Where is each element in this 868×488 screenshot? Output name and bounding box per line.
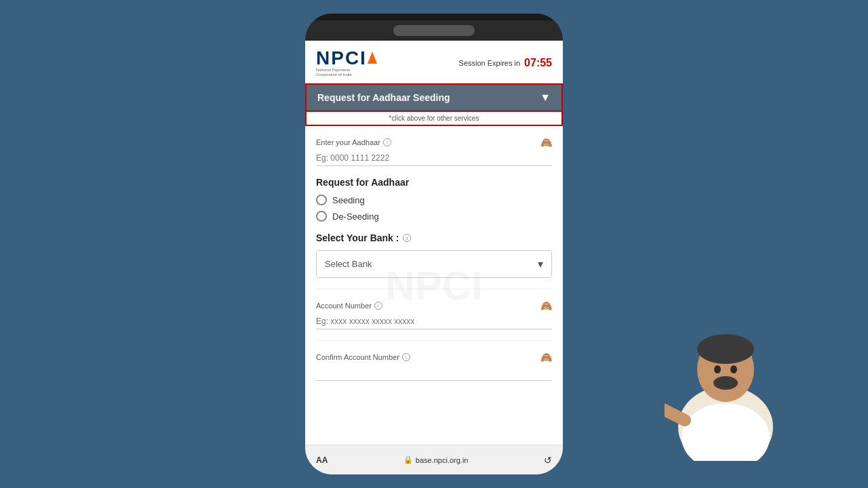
browser-reload-button[interactable]: ↺: [544, 455, 552, 466]
person-overlay: [665, 312, 787, 461]
session-label: Session Expires in: [459, 59, 521, 67]
browser-aa-button[interactable]: AA: [316, 455, 328, 465]
radio-seeding[interactable]: Seeding: [316, 195, 552, 205]
svg-point-6: [714, 365, 721, 373]
status-bar: [305, 14, 563, 20]
page-content: NPCI National Payments Corporation of In…: [305, 41, 563, 474]
service-banner-title: Request for Aadhaar Seeding: [317, 92, 450, 103]
radio-label-seeding: Seeding: [332, 195, 365, 205]
person-silhouette-svg: [665, 312, 787, 461]
bank-dropdown-placeholder: Select Bank: [325, 259, 372, 269]
service-banner-subtext: *click above for other services: [305, 112, 563, 126]
request-section-heading: Request for Aadhaar: [316, 177, 552, 188]
radio-de-seeding[interactable]: De-Seeding: [316, 211, 552, 222]
radio-circle-de-seeding: [316, 211, 327, 222]
radio-label-de-seeding: De-Seeding: [332, 211, 379, 222]
aadhaar-input[interactable]: [316, 150, 552, 166]
bank-field-group: Select Your Bank : i Select Bank ▾: [316, 232, 552, 278]
lock-icon: 🔒: [403, 455, 413, 464]
service-banner[interactable]: Request for Aadhaar Seeding ▼: [305, 83, 563, 112]
svg-line-9: [665, 407, 685, 420]
page-header: NPCI National Payments Corporation of In…: [305, 41, 563, 83]
browser-bottom-bar: AA 🔒 base.npci.org.in ↺: [305, 445, 563, 474]
npci-tagline: National Payments Corporation of India: [316, 68, 370, 77]
service-banner-chevron-icon: ▼: [540, 92, 551, 104]
aadhaar-label-row: Enter your Aadhaar i 🙈: [316, 137, 552, 148]
radio-group: Seeding De-Seeding: [316, 195, 552, 222]
account-label: Account Number i: [316, 302, 382, 310]
service-banner-wrapper: Request for Aadhaar Seeding ▼ *click abo…: [305, 83, 563, 126]
browser-url-text: base.npci.org.in: [416, 456, 469, 464]
confirm-account-field-group: Confirm Account Number i 🙈: [316, 352, 552, 381]
browser-url-pill: [393, 25, 475, 36]
account-field-group: Account Number i 🙈: [316, 300, 552, 329]
confirm-account-info-icon[interactable]: i: [402, 353, 410, 361]
confirm-account-label-row: Confirm Account Number i 🙈: [316, 352, 552, 363]
svg-point-7: [730, 365, 737, 373]
session-info: Session Expires in 07:55: [459, 57, 552, 69]
account-label-row: Account Number i 🙈: [316, 300, 552, 311]
confirm-account-input[interactable]: [316, 365, 552, 381]
bank-dropdown-arrow-icon: ▾: [538, 258, 543, 270]
svg-marker-0: [368, 52, 377, 64]
browser-url-bar: 🔒 base.npci.org.in: [403, 455, 469, 464]
npci-logo-text: NPCI: [316, 49, 367, 68]
aadhaar-label: Enter your Aadhaar i: [316, 138, 391, 146]
form-area: NPCI Enter your Aadhaar i 🙈 Request for …: [305, 126, 563, 445]
radio-circle-seeding: [316, 195, 327, 205]
form-divider-2: [316, 340, 552, 341]
request-section: Request for Aadhaar Seeding De-Seeding: [316, 177, 552, 222]
account-input[interactable]: [316, 314, 552, 329]
aadhaar-eye-icon[interactable]: 🙈: [540, 137, 552, 148]
phone-frame: NPCI National Payments Corporation of In…: [305, 14, 563, 474]
bank-dropdown[interactable]: Select Bank ▾: [316, 250, 552, 278]
account-info-icon[interactable]: i: [374, 302, 382, 310]
svg-point-5: [697, 334, 754, 364]
npci-logo: NPCI National Payments Corporation of In…: [316, 49, 377, 77]
aadhaar-field-group: Enter your Aadhaar i 🙈: [316, 137, 552, 166]
session-timer: 07:55: [524, 57, 552, 69]
account-eye-icon[interactable]: 🙈: [540, 300, 552, 311]
bank-info-icon[interactable]: i: [403, 234, 411, 242]
bank-section-label: Select Your Bank : i: [316, 232, 552, 243]
confirm-account-eye-icon[interactable]: 🙈: [540, 352, 552, 363]
form-divider: [316, 289, 552, 289]
confirm-account-label: Confirm Account Number i: [316, 353, 410, 361]
svg-point-8: [713, 376, 738, 390]
npci-logo-arrow-icon: [368, 52, 377, 66]
browser-chrome-top: [305, 20, 563, 41]
aadhaar-info-icon[interactable]: i: [383, 138, 391, 146]
